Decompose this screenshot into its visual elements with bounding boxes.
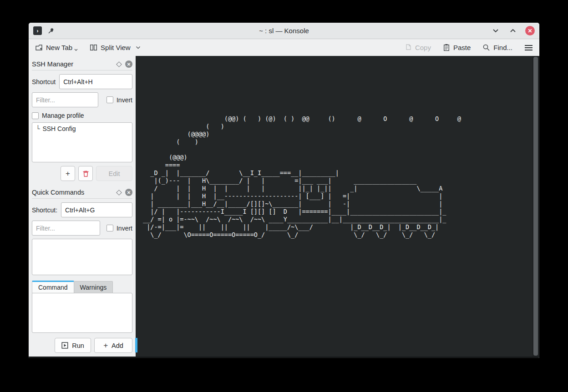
toolbar: New Tab Split View Copy (29, 39, 539, 56)
copy-icon (405, 44, 412, 51)
copy-label: Copy (415, 44, 431, 51)
search-icon (482, 44, 490, 51)
close-panel-button[interactable]: ✕ (125, 189, 132, 196)
split-view-button[interactable]: Split View (90, 44, 141, 51)
scrollbar-thumb[interactable] (533, 57, 538, 356)
titlebar[interactable]: › ~ : sl — Konsole ✕ (29, 23, 539, 39)
copy-button[interactable]: Copy (405, 44, 431, 51)
ssh-buttons-row: + Edit (32, 166, 132, 181)
ssh-manager-title: SSH Manager (32, 60, 73, 68)
ssh-manager-header[interactable]: SSH Manager ✕ (32, 58, 132, 70)
manage-profile-row: Manage profile (32, 112, 132, 119)
sidebar: SSH Manager ✕ Shortcut Invert (29, 56, 136, 357)
qc-invert-label: Invert (117, 225, 132, 232)
ascii-train: (@@) ( ) (@) ( ) @@ () @ O @ O @ ( ) (@@… (143, 115, 461, 239)
new-tab-button[interactable]: New Tab (35, 44, 78, 51)
paste-button[interactable]: Paste (443, 44, 471, 51)
quick-commands-header[interactable]: Quick Commands ✕ (32, 186, 132, 199)
qc-tabs: Command Warnings (32, 281, 132, 293)
close-icon: ✕ (127, 190, 131, 195)
tree-item-ssh-config[interactable]: └ SSH Config (32, 123, 132, 135)
chevron-down-icon (136, 46, 141, 49)
pin-icon[interactable] (47, 27, 55, 35)
close-icon: ✕ (127, 62, 131, 67)
ssh-filter-input[interactable] (32, 92, 98, 107)
ssh-shortcut-row: Shortcut (32, 74, 132, 89)
split-view-icon (90, 44, 97, 51)
find-button[interactable]: Find... (482, 44, 512, 51)
qc-command-editor[interactable] (32, 293, 132, 333)
ssh-shortcut-label: Shortcut (32, 78, 56, 85)
chevron-down-icon (74, 49, 78, 51)
desktop: › ~ : sl — Konsole ✕ (0, 0, 568, 392)
ssh-config-tree[interactable]: └ SSH Config (32, 122, 132, 162)
add-label: Add (112, 342, 123, 349)
window-body: SSH Manager ✕ Shortcut Invert (29, 56, 539, 357)
minimize-button[interactable] (491, 26, 501, 36)
add-ssh-button[interactable]: + (61, 166, 75, 181)
ssh-shortcut-input[interactable] (59, 74, 132, 89)
add-command-button[interactable]: + Add (94, 338, 132, 353)
terminal-scrollbar[interactable] (532, 56, 539, 357)
qc-invert-checkbox[interactable] (106, 225, 113, 231)
run-label: Run (72, 342, 84, 349)
qc-shortcut-row: Shortcut: (32, 202, 132, 217)
ssh-filter-row: Invert (32, 92, 132, 107)
delete-ssh-button[interactable] (78, 166, 93, 181)
close-button[interactable]: ✕ (525, 26, 535, 35)
window-title: ~ : sl — Konsole (29, 27, 539, 35)
close-icon: ✕ (527, 28, 532, 34)
qc-shortcut-label: Shortcut: (32, 206, 57, 214)
maximize-button[interactable] (508, 26, 518, 36)
quick-commands-title: Quick Commands (32, 189, 84, 196)
new-tab-label: New Tab (46, 44, 72, 51)
float-panel-icon[interactable] (116, 190, 122, 196)
ssh-invert-checkbox[interactable] (106, 96, 113, 103)
plus-icon: + (103, 342, 108, 349)
manage-profile-checkbox[interactable] (32, 112, 39, 119)
ssh-invert-label: Invert (117, 96, 132, 104)
tab-warnings[interactable]: Warnings (74, 281, 113, 293)
trash-icon (82, 170, 89, 177)
tree-branch-icon: └ (36, 125, 40, 132)
manage-profile-label: Manage profile (42, 112, 84, 119)
float-panel-icon[interactable] (116, 61, 122, 67)
paste-icon (443, 44, 450, 51)
edit-ssh-button[interactable]: Edit (96, 166, 132, 181)
qc-buttons-row: Run + Add (32, 338, 132, 353)
hamburger-icon (524, 45, 533, 51)
qc-filter-input[interactable] (32, 221, 100, 236)
find-label: Find... (493, 44, 512, 51)
tree-item-label: SSH Config (42, 125, 76, 132)
konsole-window: › ~ : sl — Konsole ✕ (29, 23, 539, 358)
chevron-down-icon (492, 29, 499, 33)
konsole-app-icon: › (33, 26, 42, 35)
edit-label: Edit (109, 170, 120, 177)
window-bottom-edge (29, 357, 539, 358)
splitter-accent[interactable] (135, 338, 137, 352)
close-panel-button[interactable]: ✕ (125, 60, 132, 68)
menu-button[interactable] (524, 45, 533, 51)
qc-shortcut-input[interactable] (61, 202, 132, 217)
run-icon (61, 342, 68, 349)
qc-filter-row: Invert (32, 221, 132, 236)
tab-command[interactable]: Command (32, 281, 74, 293)
terminal-display[interactable]: (@@) ( ) (@) ( ) @@ () @ O @ O @ ( ) (@@… (136, 56, 539, 357)
split-view-label: Split View (101, 44, 131, 51)
new-tab-icon (35, 44, 43, 51)
chevron-up-icon (510, 29, 516, 33)
run-button[interactable]: Run (55, 338, 91, 353)
paste-label: Paste (453, 44, 471, 51)
plus-icon: + (66, 170, 70, 177)
qc-command-list[interactable] (32, 239, 132, 275)
